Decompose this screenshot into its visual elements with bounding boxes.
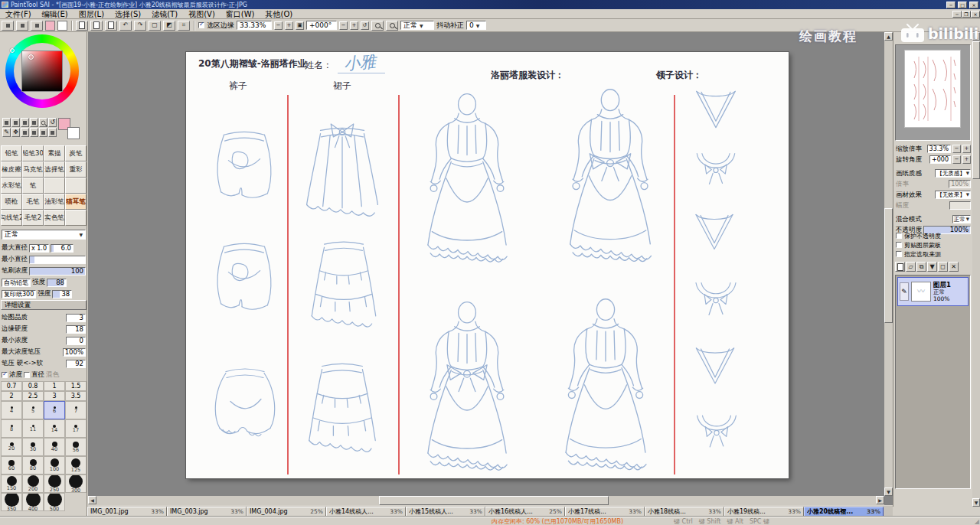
brush-size-preset[interactable]: 300 bbox=[65, 474, 87, 493]
brush-size-preset[interactable]: 6 bbox=[44, 401, 65, 419]
brush-size-preset[interactable]: 2 bbox=[1, 391, 22, 401]
brush-size-preset[interactable]: 0.8 bbox=[22, 381, 44, 391]
document-tab[interactable]: IMG_003.jpg33% bbox=[167, 507, 247, 517]
document-tab[interactable]: 小雅20线稿褶...33% bbox=[804, 507, 884, 517]
canvas-vertical-scrollbar[interactable]: ▲ ▼ bbox=[884, 32, 893, 496]
rotate-reset-icon[interactable]: ↺ bbox=[361, 21, 369, 30]
brush-size-preset[interactable]: 400 bbox=[22, 493, 44, 511]
new-folder-icon[interactable]: ▱ bbox=[906, 262, 916, 272]
secondary-color-swatch[interactable] bbox=[67, 127, 80, 139]
zoom-out-step-icon[interactable]: − bbox=[274, 21, 283, 30]
menu-item[interactable]: 其他(O) bbox=[260, 9, 299, 19]
brush-tool-cell[interactable]: 马克笔 bbox=[22, 161, 44, 178]
brush-tool-cell[interactable]: 油彩笔 bbox=[44, 194, 65, 210]
maximize-icon[interactable]: □ bbox=[958, 2, 967, 8]
angle-value-box[interactable]: +000° bbox=[306, 21, 337, 30]
density-checkbox-icon[interactable] bbox=[2, 372, 8, 378]
advanced-settings-header[interactable]: 详细设置 bbox=[1, 300, 87, 310]
brush-tool-cell[interactable]: 喷枪 bbox=[1, 194, 22, 210]
pressure-value-box[interactable]: 92 bbox=[66, 360, 86, 368]
rotate-cw-icon[interactable]: + bbox=[350, 21, 358, 30]
invert-selection-icon[interactable]: ◩ bbox=[163, 21, 175, 31]
brush-size-preset[interactable]: 125 bbox=[65, 456, 87, 474]
menu-item[interactable]: 窗口(W) bbox=[220, 9, 260, 19]
brush-size-preset[interactable]: 150 bbox=[1, 474, 22, 493]
selection-edge-checkbox-icon[interactable] bbox=[198, 22, 204, 28]
document-tab[interactable]: IMG_004.jpg25% bbox=[247, 507, 326, 517]
brush-size-preset[interactable]: 100 bbox=[44, 456, 65, 474]
checkbox-icon[interactable] bbox=[896, 242, 902, 248]
horizontal-scroll-thumb[interactable] bbox=[379, 496, 609, 505]
brush-tool-cell[interactable]: 毛笔2 bbox=[22, 210, 44, 226]
bucket-tool-icon[interactable] bbox=[39, 128, 47, 137]
brush-tool-cell[interactable]: 勾线笔2 bbox=[1, 210, 22, 226]
move-icon[interactable] bbox=[30, 118, 38, 127]
brush-size-preset[interactable]: 56 bbox=[65, 438, 87, 456]
minimize-icon[interactable]: ─ bbox=[946, 2, 956, 8]
nav-rotate-ccw-icon[interactable]: − bbox=[952, 155, 961, 164]
undo-icon[interactable]: ↶ bbox=[119, 21, 132, 31]
open-file-icon[interactable] bbox=[90, 21, 103, 31]
layer-option[interactable]: 剪贴图层蒙板 bbox=[894, 240, 972, 249]
pan-icon[interactable]: ✥ bbox=[11, 128, 20, 137]
jitter-value-box[interactable]: 0 ▼ bbox=[466, 21, 486, 30]
background-color-swatch[interactable] bbox=[57, 21, 67, 31]
brush-size-preset[interactable]: 14 bbox=[44, 419, 65, 438]
nav-rotate-cw-icon[interactable]: + bbox=[962, 155, 971, 164]
brush-size-preset[interactable]: 3.5 bbox=[65, 391, 87, 401]
child-restore-icon[interactable]: ❐ bbox=[962, 11, 971, 18]
brush-tool-cell[interactable]: 毛笔 bbox=[22, 194, 44, 210]
checkbox-icon[interactable] bbox=[896, 251, 902, 257]
brush-size-preset[interactable]: 0.7 bbox=[1, 381, 22, 391]
foreground-color-swatch[interactable] bbox=[45, 21, 55, 31]
zoom-out-tool-icon[interactable] bbox=[371, 21, 384, 31]
zoom-in-tool-icon[interactable] bbox=[386, 21, 398, 31]
brush-size-preset[interactable]: 500 bbox=[44, 493, 65, 511]
brush-size-preset[interactable]: 8 bbox=[1, 419, 22, 438]
zoom-in-step-icon[interactable]: + bbox=[285, 21, 293, 30]
document-tab[interactable]: IMG_001.jpg33% bbox=[87, 507, 167, 517]
magic-wand-icon[interactable] bbox=[21, 118, 29, 127]
layer-option[interactable]: 指定选取来源 bbox=[894, 249, 972, 259]
document-tab[interactable]: 小雅16线稿人...25% bbox=[485, 507, 565, 517]
zoom-reset-icon[interactable]: ▣ bbox=[296, 21, 304, 30]
menu-item[interactable]: 编辑(E) bbox=[37, 9, 74, 19]
merge-down-icon[interactable]: ▼ bbox=[927, 262, 937, 272]
brush-tool-cell[interactable]: 橡皮擦 bbox=[1, 161, 22, 178]
brush-size-preset[interactable]: 350 bbox=[1, 493, 22, 511]
panel-scroll-down-icon[interactable]: ▼ bbox=[972, 498, 980, 507]
brush-tool-cell[interactable] bbox=[44, 178, 65, 194]
layer-item[interactable]: ✎ 〰 图层1 正常 100% bbox=[897, 277, 969, 306]
brush-size-preset[interactable]: 11 bbox=[22, 419, 44, 438]
panel-scroll-thumb[interactable] bbox=[972, 41, 980, 179]
brush-tool-cell[interactable] bbox=[65, 210, 87, 226]
brush-size-preset[interactable]: 250 bbox=[44, 474, 65, 493]
child-close-icon[interactable]: × bbox=[971, 11, 980, 18]
brush-size-preset[interactable]: 5 bbox=[22, 401, 44, 419]
brush-tool-cell[interactable]: 铅笔 bbox=[1, 145, 22, 161]
navigator[interactable] bbox=[895, 44, 971, 141]
diameter-checkbox-icon[interactable] bbox=[24, 372, 30, 378]
scroll-right-icon[interactable]: ▶ bbox=[876, 496, 884, 504]
navigator-angle-value[interactable]: +000 bbox=[929, 155, 951, 164]
brush-tool-cell[interactable]: 炭笔 bbox=[65, 145, 87, 161]
brush-size-preset[interactable]: 20 bbox=[1, 438, 22, 456]
edge-hardness-value-box[interactable]: 18 bbox=[66, 325, 86, 334]
rotate-ccw-icon[interactable]: − bbox=[339, 21, 348, 30]
nav-zoom-out-icon[interactable]: − bbox=[952, 145, 961, 153]
brush-size-preset[interactable]: 1.5 bbox=[65, 381, 87, 391]
eyedropper-icon[interactable]: ✎ bbox=[2, 128, 11, 137]
brush-size-preset[interactable]: 7 bbox=[65, 401, 87, 419]
child-minimize-icon[interactable]: ─ bbox=[952, 11, 962, 18]
canvas-page[interactable]: 20第八期褶皱-洛丽塔作业 姓名： 小雅 洛丽塔服装设计： 领子设计： 裤子 裙… bbox=[186, 52, 789, 478]
panel-layout-icon[interactable] bbox=[2, 21, 14, 31]
resize-grip-icon[interactable]: ◢ bbox=[975, 518, 979, 525]
diameter-unit-select[interactable]: x 1.0 bbox=[29, 244, 49, 253]
brush-tool-cell[interactable]: 笔 bbox=[22, 178, 44, 194]
scroll-left-icon[interactable]: ◀ bbox=[88, 496, 96, 504]
min-diameter-slider[interactable] bbox=[29, 256, 86, 264]
canvas-horizontal-scrollbar[interactable]: ◀ ▶ bbox=[88, 496, 884, 505]
brush-size-preset[interactable]: 40 bbox=[44, 438, 65, 456]
brush-tool-cell[interactable]: 铅笔30 bbox=[22, 145, 44, 161]
menu-item[interactable]: 滤镜(T) bbox=[146, 9, 183, 19]
